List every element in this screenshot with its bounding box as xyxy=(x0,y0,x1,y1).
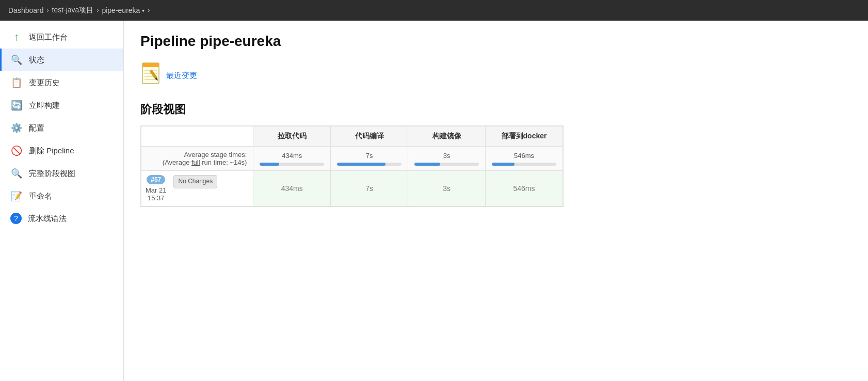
avg-time-col-3: 3s xyxy=(408,147,486,171)
sidebar-item-config[interactable]: ⚙️ 配置 xyxy=(0,117,123,139)
sidebar-item-rename[interactable]: 📝 重命名 xyxy=(0,185,123,208)
breadcrumb-project[interactable]: test-java项目 xyxy=(52,6,94,15)
page-title: Pipeline pipe-eureka xyxy=(140,33,851,50)
run-time: 15:37 xyxy=(146,194,166,202)
sidebar-label-change-history: 变更历史 xyxy=(29,78,60,88)
progress-bar-4 xyxy=(492,163,556,166)
sidebar-item-pipeline-syntax[interactable]: ? 流水线语法 xyxy=(0,208,123,229)
run-row-57: #57 Mar 21 15:37 No Changes 434ms 7s 3s … xyxy=(141,171,563,207)
fullstage-icon: 🔍 xyxy=(10,167,23,180)
header-empty-cell xyxy=(141,126,253,147)
avg-full-run-link[interactable]: full xyxy=(191,158,200,166)
run-stage-time-2: 7s xyxy=(331,171,408,207)
breadcrumb-sep-3: › xyxy=(148,7,150,14)
sidebar-label-return-workbench: 返回工作台 xyxy=(29,33,68,42)
pipeline-table-wrapper: 拉取代码 代码编译 构建镜像 部署到docker Average stage t… xyxy=(140,125,564,207)
content-area: Pipeline pipe-eureka xyxy=(124,21,868,381)
sidebar-item-delete-pipeline[interactable]: 🚫 删除 Pipeline xyxy=(0,139,123,162)
avg-full-run-label: (Average full run time: ~14s) xyxy=(148,158,247,166)
run-stage-time-1: 434ms xyxy=(253,171,331,207)
delete-icon: 🚫 xyxy=(10,145,23,157)
sidebar-label-full-stage-view: 完整阶段视图 xyxy=(29,169,75,179)
sidebar-item-status[interactable]: 🔍 状态 xyxy=(0,49,123,71)
no-changes-button[interactable]: No Changes xyxy=(173,175,217,188)
avg-time-col-4: 546ms xyxy=(486,147,563,171)
run-stage-time-3: 3s xyxy=(408,171,486,207)
breadcrumb-sep-1: › xyxy=(47,7,49,14)
syntax-icon: ? xyxy=(10,213,22,224)
config-icon: ⚙️ xyxy=(10,122,23,134)
breadcrumb-sep-2: › xyxy=(97,7,99,14)
header-col-3: 构建镜像 xyxy=(408,126,486,147)
sidebar-item-build-now[interactable]: 🔄 立即构建 xyxy=(0,94,123,117)
header-col-1: 拉取代码 xyxy=(253,126,331,147)
recent-changes-link[interactable]: 最近变更 xyxy=(166,71,197,81)
return-icon: ↑ xyxy=(10,31,23,43)
breadcrumb-current: pipe-eureka ▾ xyxy=(102,6,144,14)
breadcrumb-dropdown-icon[interactable]: ▾ xyxy=(142,8,144,13)
run-stage-time-4: 546ms xyxy=(486,171,563,207)
main-layout: ↑ 返回工作台 🔍 状态 📋 变更历史 🔄 立即构建 ⚙️ 配置 🚫 删除 Pi… xyxy=(0,21,868,381)
header-col-4: 部署到docker xyxy=(486,126,563,147)
run-date: Mar 21 xyxy=(146,186,166,194)
rename-icon: 📝 xyxy=(10,190,23,202)
sidebar-label-config: 配置 xyxy=(29,123,44,133)
sidebar-label-build-now: 立即构建 xyxy=(29,101,60,110)
svg-rect-5 xyxy=(142,63,159,67)
avg-time-col-2: 7s xyxy=(331,147,408,171)
recent-changes-section: 最近变更 xyxy=(140,62,851,89)
progress-bar-3 xyxy=(414,163,479,166)
sidebar-label-rename: 重命名 xyxy=(29,192,52,201)
header-col-2: 代码编译 xyxy=(331,126,408,147)
breadcrumb-pipeline[interactable]: pipe-eureka xyxy=(102,6,140,14)
sidebar-item-return-workbench[interactable]: ↑ 返回工作台 xyxy=(0,26,123,49)
sidebar-item-full-stage-view[interactable]: 🔍 完整阶段视图 xyxy=(0,162,123,185)
run-info-cell: #57 Mar 21 15:37 No Changes xyxy=(141,171,253,207)
progress-bar-2 xyxy=(337,163,401,166)
pipeline-table: 拉取代码 代码编译 构建镜像 部署到docker Average stage t… xyxy=(141,126,563,207)
run-badge[interactable]: #57 xyxy=(147,175,165,184)
progress-bar-1 xyxy=(260,163,324,166)
history-icon: 📋 xyxy=(10,76,23,89)
avg-label-cell: Average stage times: (Average full run t… xyxy=(141,147,253,171)
notebook-icon xyxy=(140,62,161,89)
avg-time-col-1: 434ms xyxy=(253,147,331,171)
sidebar-item-change-history[interactable]: 📋 变更历史 xyxy=(0,71,123,94)
avg-stage-label: Average stage times: xyxy=(148,151,247,158)
pipeline-header-row: 拉取代码 代码编译 构建镜像 部署到docker xyxy=(141,126,563,147)
stage-view-title: 阶段视图 xyxy=(140,102,851,117)
avg-row: Average stage times: (Average full run t… xyxy=(141,147,563,171)
sidebar-label-status: 状态 xyxy=(29,55,44,65)
breadcrumb-bar: Dashboard › test-java项目 › pipe-eureka ▾ … xyxy=(0,0,868,21)
sidebar: ↑ 返回工作台 🔍 状态 📋 变更历史 🔄 立即构建 ⚙️ 配置 🚫 删除 Pi… xyxy=(0,21,124,381)
sidebar-label-pipeline-syntax: 流水线语法 xyxy=(28,214,67,224)
sidebar-label-delete-pipeline: 删除 Pipeline xyxy=(29,146,74,156)
build-icon: 🔄 xyxy=(10,99,23,112)
breadcrumb-dashboard[interactable]: Dashboard xyxy=(8,6,44,14)
status-icon: 🔍 xyxy=(10,54,23,66)
